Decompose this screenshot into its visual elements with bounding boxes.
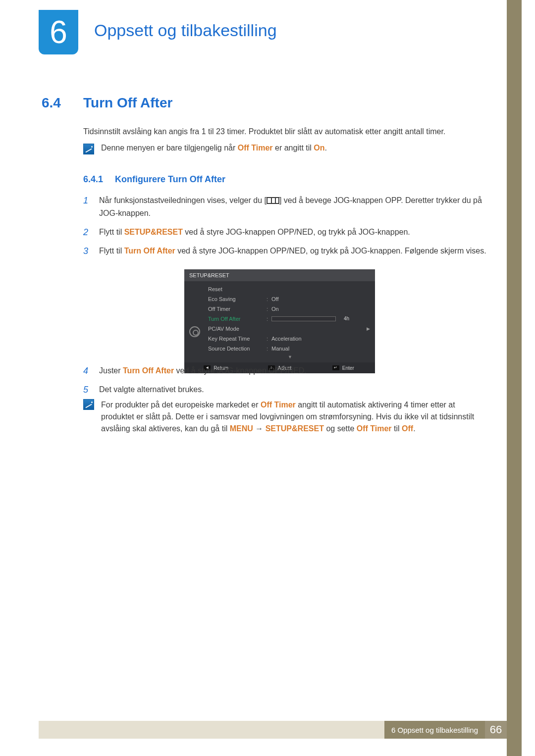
section-number: 6.4	[42, 95, 61, 111]
subsection-title: Konfigurere Turn Off After	[115, 174, 225, 185]
note-icon	[83, 399, 94, 410]
step-4: 4 Juster Turn Off After ved å styre JOG-…	[83, 364, 489, 377]
slider: 4h	[271, 316, 336, 321]
section-intro: Tidsinnstilt avslåing kan angis fra 1 ti…	[83, 126, 489, 138]
step-2: 2 Flytt til SETUP&RESET ved å styre JOG-…	[83, 226, 489, 239]
side-column	[507, 0, 522, 756]
osd-list: ResetEco Saving:OffOff Timer:OnTurn Off …	[205, 281, 375, 362]
osd-title: SETUP&RESET	[184, 269, 375, 281]
chevron-down-icon: ▼	[205, 353, 375, 360]
chapter-title: Oppsett og tilbakestilling	[94, 21, 277, 40]
osd-screenshot: SETUP&RESET ResetEco Saving:OffOff Timer…	[184, 269, 375, 373]
chapter-number: 6	[50, 14, 67, 50]
footer-chapter: 6 Oppsett og tilbakestilling	[384, 721, 485, 739]
note-text: Denne menyen er bare tilgjengelig når Of…	[101, 144, 327, 152]
menu-icon	[267, 197, 279, 204]
footer-page-number: 66	[485, 721, 507, 739]
osd-row: Eco Saving:Off	[205, 294, 375, 304]
subsection-number: 6.4.1	[83, 174, 103, 185]
note-icon	[83, 144, 94, 154]
step-5: 5 Det valgte alternativet brukes.	[83, 383, 489, 396]
steps-list: 1 Når funksjonstastveiledningen vises, v…	[83, 194, 489, 263]
osd-row: Key Repeat Time:Acceleration	[205, 334, 375, 344]
page-footer: 6 Oppsett og tilbakestilling 66	[39, 721, 507, 739]
steps-list-2: 4 Juster Turn Off After ved å styre JOG-…	[83, 364, 489, 402]
chevron-right-icon: ▶	[367, 326, 370, 331]
note-availability: Denne menyen er bare tilgjengelig når Of…	[83, 144, 489, 154]
osd-row: Source Detection:Manual	[205, 344, 375, 353]
gear-icon	[189, 326, 200, 337]
note-text: For produkter på det europeiske markedet…	[101, 399, 489, 435]
step-3: 3 Flytt til Turn Off After ved å styre J…	[83, 245, 489, 257]
osd-row: Off Timer:On	[205, 304, 375, 314]
section-title: Turn Off After	[83, 95, 172, 111]
osd-row: Turn Off After:4h	[205, 314, 375, 324]
note-eu-regulation: For produkter på det europeiske markedet…	[83, 399, 489, 435]
chapter-badge: 6	[39, 10, 78, 54]
osd-row: Reset	[205, 284, 375, 294]
osd-row: PC/AV Mode▶	[205, 324, 375, 334]
step-1: 1 Når funksjonstastveiledningen vises, v…	[83, 194, 489, 220]
